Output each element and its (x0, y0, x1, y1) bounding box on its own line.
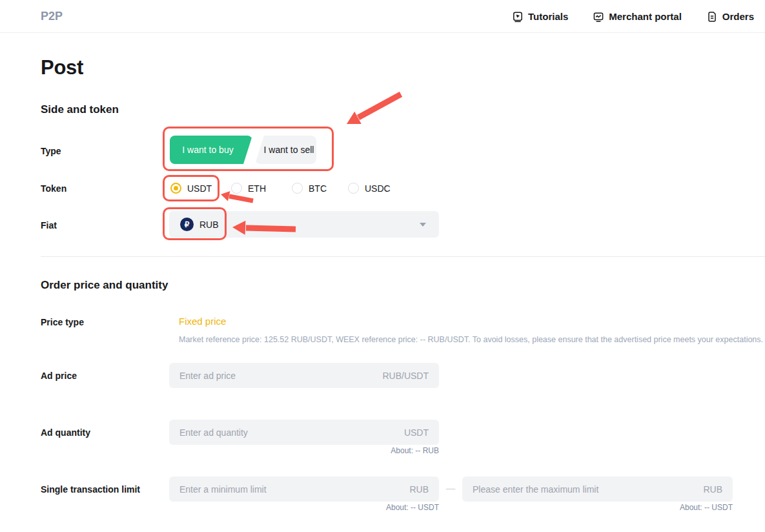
radio-btc[interactable]: BTC (292, 183, 327, 194)
nav-tutorials[interactable]: Tutorials (512, 11, 568, 23)
ad-quantity-about: About: -- RUB (169, 446, 439, 455)
radio-usdt-label: USDT (187, 183, 212, 194)
radio-eth-circle (231, 183, 242, 194)
tutorials-icon (512, 11, 524, 23)
annotation-arrow-type (338, 88, 405, 128)
radio-usdt[interactable]: USDT (170, 183, 212, 194)
ad-quantity-label: Ad quantity (41, 427, 90, 438)
top-header: P2P Tutorials (0, 0, 765, 33)
merchant-portal-icon (593, 11, 604, 23)
price-reference-hint: Market reference price: 125.52 RUB/USDT,… (179, 335, 763, 344)
limit-max-unit: RUB (703, 484, 722, 495)
ruble-coin-icon: ₽ (180, 218, 194, 231)
limit-min-about: About: -- USDT (169, 503, 439, 512)
ad-price-unit: RUB/USDT (382, 371, 429, 381)
page-title: Post (41, 56, 83, 79)
fiat-label: Fiat (41, 220, 57, 230)
side-toggle: I want to buy I want to sell (170, 136, 316, 164)
nav-orders[interactable]: Orders (706, 11, 754, 23)
ad-quantity-unit: USDT (404, 427, 429, 438)
ad-quantity-field: USDT (169, 420, 439, 445)
limit-min-input[interactable] (179, 484, 403, 495)
limit-min-field: RUB (169, 476, 439, 502)
radio-eth[interactable]: ETH (231, 183, 266, 194)
type-label: Type (41, 146, 61, 156)
buy-button[interactable]: I want to buy (170, 136, 252, 164)
price-type-value[interactable]: Fixed price (179, 316, 226, 327)
token-label: Token (41, 183, 66, 194)
nav-orders-label: Orders (722, 11, 754, 22)
fiat-value: RUB (199, 220, 219, 230)
radio-usdc[interactable]: USDC (348, 183, 391, 194)
limit-separator: — (442, 483, 460, 493)
header-nav: Tutorials Merchant portal (512, 0, 754, 33)
price-type-label: Price type (41, 317, 84, 327)
section-heading-order: Order price and quantity (41, 279, 168, 292)
radio-eth-label: ETH (248, 183, 266, 194)
section-divider (41, 256, 765, 257)
radio-usdc-label: USDC (365, 183, 391, 194)
radio-usdc-circle (348, 183, 359, 194)
radio-usdt-circle (170, 183, 181, 194)
sell-button[interactable]: I want to sell (255, 136, 316, 164)
nav-merchant-portal-label: Merchant portal (609, 11, 682, 22)
p2p-post-page: P2P Tutorials (0, 0, 765, 532)
section-heading-side-token: Side and token (41, 103, 119, 116)
ad-price-field: RUB/USDT (169, 363, 439, 388)
limit-max-field: RUB (462, 476, 733, 502)
fiat-select[interactable]: ₽ RUB (169, 211, 439, 238)
limit-max-input[interactable] (473, 484, 697, 495)
radio-btc-label: BTC (309, 183, 327, 194)
orders-icon (706, 11, 718, 23)
nav-tutorials-label: Tutorials (528, 11, 568, 22)
radio-btc-circle (292, 183, 303, 194)
ad-price-input[interactable] (179, 371, 376, 381)
limit-label: Single transaction limit (41, 484, 140, 495)
ad-quantity-input[interactable] (179, 427, 398, 438)
ad-price-label: Ad price (41, 371, 77, 381)
p2p-logo[interactable]: P2P (41, 0, 63, 33)
chevron-down-icon (420, 223, 426, 227)
limit-max-about: About: -- USDT (462, 503, 733, 512)
limit-min-unit: RUB (409, 484, 429, 495)
nav-merchant-portal[interactable]: Merchant portal (593, 11, 682, 23)
